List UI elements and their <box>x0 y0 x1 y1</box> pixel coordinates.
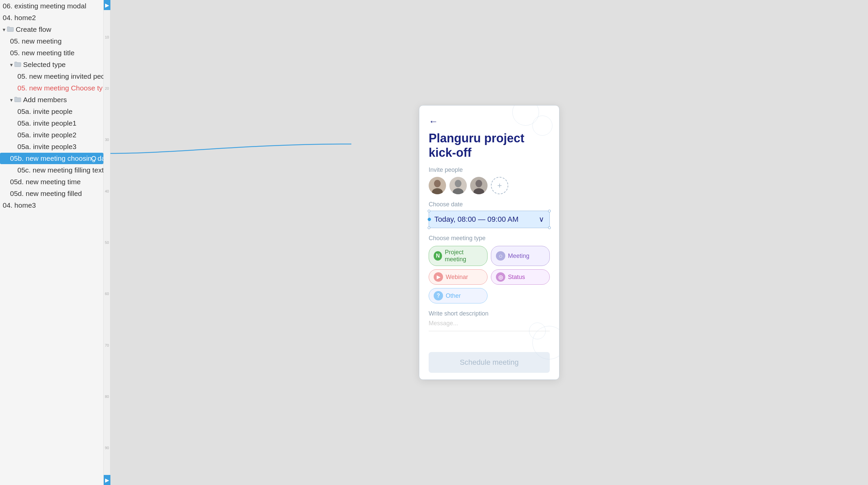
meeting-icon: ○ <box>496 251 505 261</box>
other-label: Other <box>446 292 461 299</box>
meeting-title: Planguru project kick-off <box>429 131 550 160</box>
ruler-mark-20: 20 <box>104 86 110 90</box>
tree-label-invite-people1: 05a. invite people1 <box>18 119 76 127</box>
ruler: ▶ 10 20 30 40 50 60 70 80 90 ▶ <box>103 0 110 485</box>
ruler-mark-80: 80 <box>104 395 110 399</box>
tree-label-new-meeting-filling: 05c. new meeting filling textfield <box>18 166 103 174</box>
tree-item-invite-people2[interactable]: 05a. invite people2 <box>0 129 103 141</box>
status-label: Status <box>508 274 525 281</box>
tree-label-create-flow: Create flow <box>16 25 51 33</box>
tree-item-add-members[interactable]: ▾ Add members <box>0 94 103 106</box>
svg-point-4 <box>455 180 461 187</box>
tree-item-invite-people[interactable]: 05a. invite people <box>0 106 103 117</box>
svg-point-1 <box>434 180 441 187</box>
date-selector[interactable]: Today, 08:00 — 09:00 AM ∨ <box>429 211 550 228</box>
tree-label-selected-type: Selected type <box>23 61 66 69</box>
ruler-mark-10: 10 <box>104 35 110 39</box>
tree-item-new-meeting-choosing-date[interactable]: 05b. new meeting choosing date <box>0 153 103 164</box>
tree-label-new-meeting-invited: 05. new meeting invited peop <box>18 73 103 80</box>
tree-label-new-meeting-choose-ty: 05. new meeting Choose ty <box>18 84 102 92</box>
ruler-mark-40: 40 <box>104 189 110 193</box>
mobile-content: ← Planguru project kick-off Invite peopl… <box>419 106 559 379</box>
webinar-label: Webinar <box>446 274 468 281</box>
date-value: Today, 08:00 — 09:00 AM <box>434 215 519 224</box>
tree-item-invite-people3[interactable]: 05a. invite people3 <box>0 141 103 152</box>
tree-item-home2[interactable]: 04. home2 <box>0 12 103 24</box>
type-pill-other[interactable]: ? Other <box>429 288 488 304</box>
tree-item-new-meeting-time[interactable]: 05d. new meeting time <box>0 176 103 188</box>
handle-tr <box>548 210 551 212</box>
tree-label-new-meeting-time: 05d. new meeting time <box>10 178 81 186</box>
main-canvas: ← Planguru project kick-off Invite peopl… <box>111 0 868 485</box>
ruler-mark-30: 30 <box>104 138 110 142</box>
left-panel: 06. existing meeting modal04. home2▾ Cre… <box>0 0 111 485</box>
back-arrow-button[interactable]: ← <box>429 116 550 127</box>
tree-item-home3[interactable]: 04. home3 <box>0 200 103 211</box>
project-icon: N <box>434 251 442 261</box>
avatar-2[interactable] <box>450 177 467 194</box>
description-placeholder: Message... <box>429 320 550 327</box>
tree-label-new-meeting-title: 05. new meeting title <box>10 49 74 57</box>
other-icon: ? <box>434 291 443 301</box>
ruler-mark-90: 90 <box>104 446 110 450</box>
handle-br <box>548 226 551 229</box>
type-pill-meeting[interactable]: ○ Meeting <box>491 246 550 266</box>
tree-container: 06. existing meeting modal04. home2▾ Cre… <box>0 0 110 485</box>
tree-label-add-members: Add members <box>23 96 67 104</box>
status-icon: ◎ <box>496 272 505 282</box>
ruler-arrow-bottom[interactable]: ▶ <box>104 475 111 485</box>
type-pill-webinar[interactable]: ▶ Webinar <box>429 269 488 285</box>
ruler-mark-50: 50 <box>104 240 110 245</box>
type-pill-project[interactable]: N Project meeting <box>429 246 488 266</box>
tree-label-invite-people: 05a. invite people <box>18 108 72 116</box>
mobile-frame: ← Planguru project kick-off Invite peopl… <box>419 105 559 380</box>
tree-item-new-meeting-filling[interactable]: 05c. new meeting filling textfield <box>0 165 103 176</box>
ruler-arrow-top[interactable]: ▶ <box>104 0 111 10</box>
connector-dot-new-meeting-choosing-date <box>91 156 96 161</box>
avatar-1[interactable] <box>429 177 446 194</box>
schedule-meeting-button[interactable]: Schedule meeting <box>429 352 550 373</box>
tree-label-new-meeting: 05. new meeting <box>10 37 62 45</box>
project-label: Project meeting <box>445 249 483 263</box>
tree-item-new-meeting-invited[interactable]: 05. new meeting invited peop <box>0 71 103 82</box>
tree-item-existing-meeting-modal[interactable]: 06. existing meeting modal <box>0 0 103 12</box>
meeting-types-grid: N Project meeting ○ Meeting ▶ Webinar ◎ … <box>429 246 550 304</box>
date-chevron-icon: ∨ <box>539 215 544 224</box>
type-pill-status[interactable]: ◎ Status <box>491 269 550 285</box>
tree-item-new-meeting[interactable]: 05. new meeting <box>0 35 103 47</box>
tree-item-new-meeting-title[interactable]: 05. new meeting title <box>0 47 103 59</box>
tree-item-selected-type[interactable]: ▾ Selected type <box>0 59 103 70</box>
meeting-label: Meeting <box>508 253 529 260</box>
ruler-mark-70: 70 <box>104 343 110 347</box>
svg-point-7 <box>475 180 482 187</box>
choose-date-label: Choose date <box>429 201 550 208</box>
tree-item-new-meeting-choose-ty[interactable]: 05. new meeting Choose ty <box>0 82 103 94</box>
tree-label-invite-people2: 05a. invite people2 <box>18 131 76 139</box>
tree-label-new-meeting-choosing-date: 05b. new meeting choosing date <box>10 154 103 163</box>
handle-tl <box>428 210 430 212</box>
tree-item-new-meeting-filled[interactable]: 05d. new meeting filled <box>0 188 103 199</box>
webinar-icon: ▶ <box>434 272 443 282</box>
handle-bl <box>428 226 430 229</box>
tree-label-invite-people3: 05a. invite people3 <box>18 143 76 151</box>
tree-item-create-flow[interactable]: ▾ Create flow <box>0 24 103 35</box>
meeting-type-label: Choose meeting type <box>429 235 550 242</box>
add-avatar-button[interactable]: + <box>491 177 508 194</box>
invite-people-label: Invite people <box>429 167 550 173</box>
invite-people-row: + <box>429 177 550 194</box>
divider <box>429 331 550 331</box>
ruler-mark-60: 60 <box>104 292 110 296</box>
handle-ml-connector <box>428 218 431 221</box>
tree-label-home2: 04. home2 <box>3 14 36 22</box>
tree-item-invite-people1[interactable]: 05a. invite people1 <box>0 118 103 129</box>
description-label: Write short description <box>429 310 550 317</box>
tree-label-new-meeting-filled: 05d. new meeting filled <box>10 190 82 198</box>
tree-label-existing-meeting-modal: 06. existing meeting modal <box>3 2 86 10</box>
avatar-3[interactable] <box>470 177 488 194</box>
tree-label-home3: 04. home3 <box>3 201 36 209</box>
